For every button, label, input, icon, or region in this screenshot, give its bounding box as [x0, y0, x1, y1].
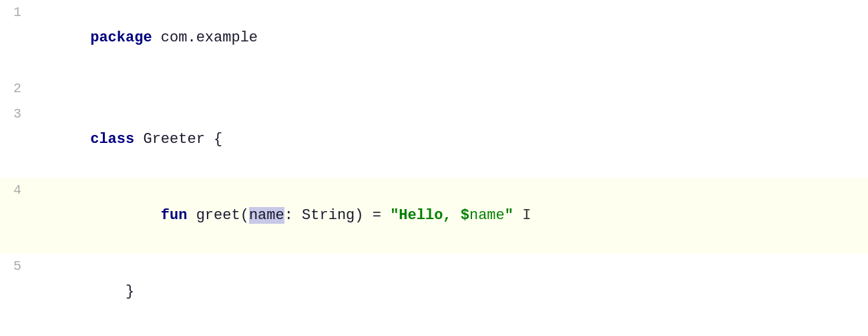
- keyword-class: class: [90, 131, 134, 148]
- code-editor[interactable]: 1 package com.example 2 3 class Greeter …: [0, 0, 868, 336]
- string-close-quote: ": [505, 207, 513, 224]
- code-line-5: 5 }: [0, 254, 868, 330]
- keyword-fun: fun: [161, 207, 188, 224]
- line-content-4: fun greet(name: String) = "Hello, $name"…: [32, 178, 868, 254]
- line-number-5: 5: [0, 254, 32, 279]
- keyword-package: package: [90, 29, 152, 46]
- line-number-4: 4: [0, 178, 32, 203]
- method-name: greet(: [187, 207, 248, 224]
- line-number-3: 3: [0, 102, 32, 127]
- line-content-1: package com.example: [32, 0, 868, 76]
- package-name: com.example: [152, 29, 258, 46]
- param-name-highlight: name: [249, 207, 284, 224]
- line-number-2: 2: [0, 76, 32, 102]
- string-var-name: name: [469, 207, 505, 224]
- indent-spaces: [90, 207, 161, 224]
- code-line-1: 1 package com.example: [0, 0, 868, 76]
- line-content-5: }: [32, 254, 868, 330]
- code-line-3: 3 class Greeter {: [0, 102, 868, 178]
- closing-brace: }: [90, 283, 134, 300]
- line-number-1: 1: [0, 0, 32, 25]
- code-line-4: 4 fun greet(name: String) = "Hello, $nam…: [0, 178, 868, 254]
- class-name: Greeter {: [134, 131, 222, 148]
- code-line-2: 2: [0, 76, 868, 102]
- param-type: : String) =: [284, 207, 390, 224]
- line-content-3: class Greeter {: [32, 102, 868, 178]
- string-hello: "Hello, $: [390, 207, 469, 224]
- text-cursor: I: [513, 207, 531, 224]
